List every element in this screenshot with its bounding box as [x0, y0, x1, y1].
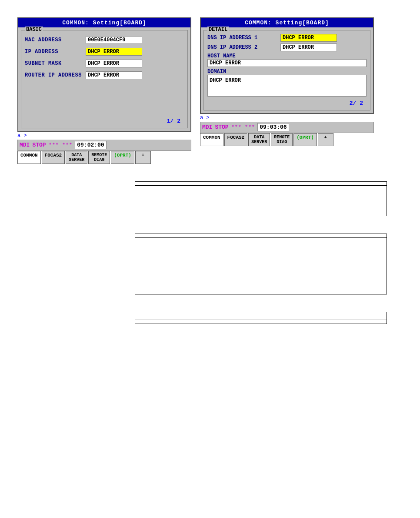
domain-label: DOMAIN [207, 69, 367, 75]
left-prompt: a > [17, 132, 191, 140]
mac-address-row: MAC ADDRESS 00E0E4004CF9 [25, 34, 184, 44]
table-1 [135, 181, 387, 216]
left-panel-wrapper: COMMON: Setting[BOARD] BASIC MAC ADDRESS… [17, 17, 191, 164]
left-status-mdi: MDI [20, 142, 30, 148]
table-cell-col1 [135, 320, 222, 324]
router-ip-row: ROUTER IP ADDRESS DHCP ERROR [25, 70, 184, 79]
table-cell-col2 [222, 320, 387, 324]
left-tab-data-server[interactable]: DATASERVER [66, 151, 87, 164]
table-row [135, 312, 387, 316]
left-status-bar: MDI STOP *** *** 09:02:00 [17, 140, 191, 151]
right-tab-bar: COMMON FOCAS2 DATASERVER REMOTEDIAG (OPR… [200, 133, 374, 146]
right-prompt: a > [200, 114, 374, 122]
top-panels: COMMON: Setting[BOARD] BASIC MAC ADDRESS… [17, 17, 403, 164]
table-row [135, 234, 387, 238]
right-screen-title: COMMON: Setting[BOARD] [201, 18, 373, 27]
right-detail-section: DETAIL DNS IP ADDRESS 1 DHCP ERROR DNS I… [203, 30, 370, 110]
left-tab-common[interactable]: COMMON [17, 151, 41, 164]
left-basic-section: BASIC MAC ADDRESS 00E0E4004CF9 IP ADDRES… [21, 30, 188, 128]
subnet-mask-label: SUBNET MASK [25, 60, 86, 67]
right-tab-focas2[interactable]: FOCAS2 [224, 133, 248, 146]
table-cell-col2 [222, 316, 387, 320]
dns1-row: DNS IP ADDRESS 1 DHCP ERROR [207, 34, 367, 42]
table-header-col2 [222, 234, 387, 238]
left-section-label: BASIC [25, 27, 43, 33]
domain-value-box: DHCP ERROR [207, 75, 367, 97]
left-status-stop: STOP [32, 142, 46, 148]
right-panel-wrapper: COMMON: Setting[BOARD] DETAIL DNS IP ADD… [200, 17, 374, 164]
left-page-number: 1/ 2 [25, 116, 184, 126]
left-tab-focas2[interactable]: FOCAS2 [42, 151, 65, 164]
ip-address-row: IP ADDRESS DHCP ERROR [25, 46, 184, 56]
dns2-row: DNS IP ADDRESS 2 DHCP ERROR [207, 43, 367, 51]
table-header-col1 [135, 312, 222, 316]
table-row [135, 238, 387, 294]
dns1-value: DHCP ERROR [280, 34, 337, 42]
host-name-label: HOST NAME [207, 53, 367, 59]
left-tab-remote-diag[interactable]: REMOTEDIAG [88, 151, 110, 164]
right-tab-common[interactable]: COMMON [200, 133, 223, 146]
left-screen: COMMON: Setting[BOARD] BASIC MAC ADDRESS… [17, 17, 191, 132]
table-3 [135, 312, 387, 324]
right-status-bar: MDI STOP *** *** 09:03:06 [200, 122, 374, 133]
ip-address-value: DHCP ERROR [86, 48, 142, 56]
right-status-stars: *** *** [231, 124, 255, 130]
table-header-col1 [135, 234, 222, 238]
dns2-label: DNS IP ADDRESS 2 [207, 44, 277, 50]
table-row [135, 182, 387, 186]
mac-address-label: MAC ADDRESS [25, 37, 86, 43]
table-row [135, 316, 387, 320]
right-tab-plus[interactable]: + [318, 133, 333, 146]
host-name-block: HOST NAME DHCP ERROR [207, 53, 367, 67]
right-tab-data-server[interactable]: DATASERVER [248, 133, 270, 146]
right-screen: COMMON: Setting[BOARD] DETAIL DNS IP ADD… [200, 17, 374, 114]
table-cell-col1 [135, 186, 222, 216]
subnet-mask-row: SUBNET MASK DHCP ERROR [25, 58, 184, 67]
ip-address-label: IP ADDRESS [25, 49, 86, 55]
table-cell-col2 [222, 238, 387, 294]
right-status-stop: STOP [215, 124, 228, 130]
router-ip-label: ROUTER IP ADDRESS [25, 72, 86, 78]
table-header-col2 [222, 182, 387, 186]
domain-value: DHCP ERROR [210, 77, 241, 84]
table-row [135, 320, 387, 324]
domain-block: DOMAIN DHCP ERROR [207, 69, 367, 97]
left-tab-bar: COMMON FOCAS2 DATASERVER REMOTEDIAG (OPR… [17, 151, 191, 164]
table-row [135, 186, 387, 216]
host-name-value: DHCP ERROR [207, 59, 367, 67]
left-status-stars: *** *** [49, 142, 73, 148]
left-status-time: 09:02:00 [75, 141, 106, 149]
table-cell-col1 [135, 316, 222, 320]
table-cell-col2 [222, 186, 387, 216]
mac-address-value: 00E0E4004CF9 [86, 36, 142, 44]
table-cell-col1 [135, 238, 222, 294]
tables-section [17, 181, 403, 324]
right-status-mdi: MDI [202, 124, 212, 130]
left-screen-title: COMMON: Setting[BOARD] [18, 18, 190, 27]
subnet-mask-value: DHCP ERROR [86, 60, 142, 67]
table-header-col2 [222, 312, 387, 316]
dns1-label: DNS IP ADDRESS 1 [207, 35, 277, 41]
left-tab-plus[interactable]: + [135, 151, 151, 164]
right-tab-remote-diag[interactable]: REMOTEDIAG [271, 133, 293, 146]
right-status-time: 09:03:06 [257, 123, 289, 131]
right-section-label: DETAIL [207, 27, 229, 33]
dns2-value: DHCP ERROR [280, 43, 337, 51]
table-2 [135, 234, 387, 294]
right-page-number: 2/ 2 [207, 98, 367, 108]
right-tab-oprt[interactable]: (OPRT) [293, 133, 317, 146]
table-header-col1 [135, 182, 222, 186]
router-ip-value: DHCP ERROR [86, 71, 142, 79]
left-tab-oprt[interactable]: (OPRT) [111, 151, 134, 164]
